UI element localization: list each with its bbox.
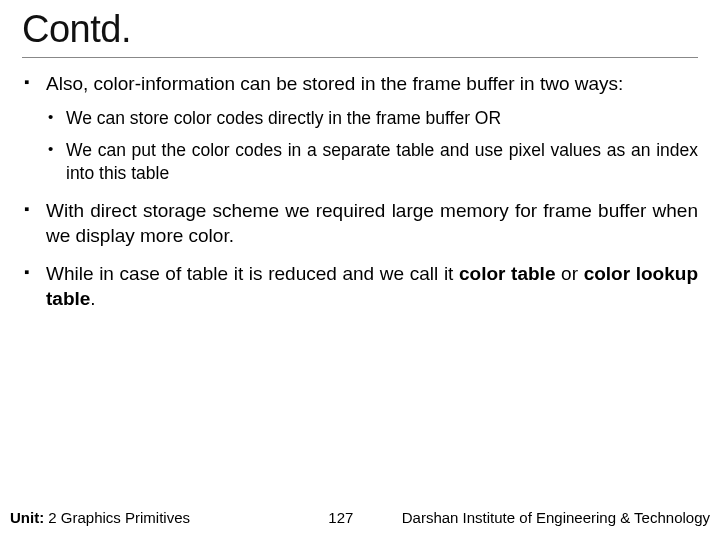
slide: Contd. Also, color-information can be st… — [0, 0, 720, 540]
slide-footer: Unit: 2 Graphics Primitives 127 Darshan … — [0, 509, 720, 526]
list-item: With direct storage scheme we required l… — [22, 199, 698, 248]
bullet-text: or — [555, 263, 583, 284]
footer-org: Darshan Institute of Engineering & Techn… — [402, 509, 710, 526]
bullet-list-level2: We can store color codes directly in the… — [46, 107, 698, 185]
list-item: Also, color-information can be stored in… — [22, 72, 698, 185]
bullet-text: Also, color-information can be stored in… — [46, 73, 623, 94]
unit-label: Unit: — [10, 509, 44, 526]
bullet-text: . — [90, 288, 95, 309]
slide-content: Also, color-information can be stored in… — [22, 72, 698, 312]
bullet-text: While in case of table it is reduced and… — [46, 263, 459, 284]
list-item: While in case of table it is reduced and… — [22, 262, 698, 311]
bullet-text: With direct storage scheme we required l… — [46, 200, 698, 246]
slide-title: Contd. — [22, 8, 698, 58]
bold-text: color table — [459, 263, 555, 284]
footer-page: 127 — [190, 509, 402, 526]
bullet-text: We can put the color codes in a separate… — [66, 140, 698, 183]
bullet-list-level1: Also, color-information can be stored in… — [22, 72, 698, 312]
list-item: We can store color codes directly in the… — [46, 107, 698, 130]
bullet-text: We can store color codes directly in the… — [66, 108, 501, 128]
unit-text: 2 Graphics Primitives — [44, 509, 190, 526]
footer-left: Unit: 2 Graphics Primitives — [10, 509, 190, 526]
list-item: We can put the color codes in a separate… — [46, 139, 698, 185]
